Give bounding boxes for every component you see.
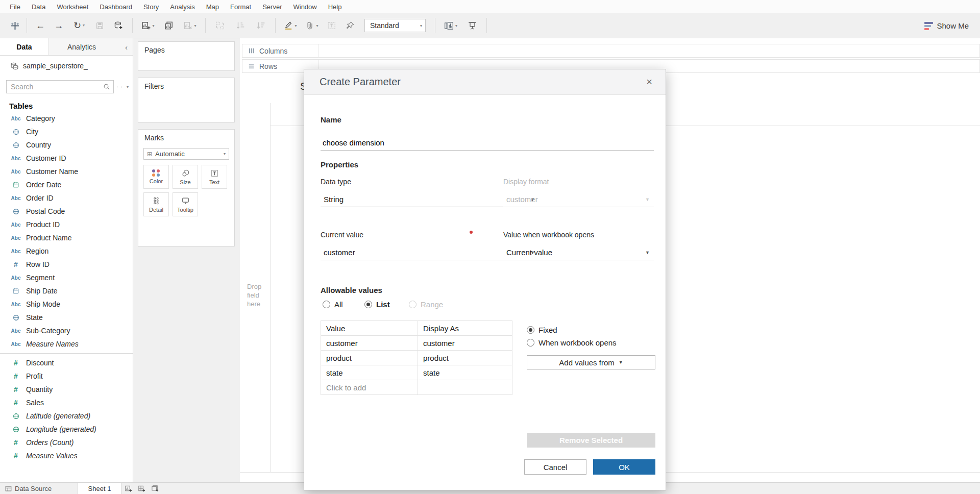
parameter-name-input[interactable]: choose dimension	[321, 134, 654, 151]
menu-help[interactable]: Help	[323, 3, 348, 11]
color-button[interactable]: Color	[143, 165, 169, 189]
sort-ascending-button[interactable]	[230, 17, 251, 34]
fit-selector[interactable]: Standard ▾	[364, 19, 426, 32]
data-source-tab[interactable]: Data Source	[5, 485, 76, 492]
field-country[interactable]: Country	[0, 138, 133, 152]
replay-button[interactable]: ↻▾	[68, 17, 90, 34]
forward-button[interactable]: →	[50, 17, 68, 34]
show-hide-cards-button[interactable]: ▾	[439, 17, 462, 34]
field-customer-id[interactable]: AbcCustomer ID	[0, 152, 133, 165]
tooltip-button[interactable]: Tooltip	[173, 192, 198, 216]
table-row[interactable]: state state	[321, 365, 512, 380]
radio-when-workbook-opens[interactable]: When workbook opens	[527, 338, 617, 347]
cancel-button[interactable]: Cancel	[524, 459, 586, 475]
field-postal-code[interactable]: Postal Code	[0, 205, 133, 218]
field-segment[interactable]: AbcSegment	[0, 271, 133, 284]
mark-type-dropdown[interactable]: ⊞ Automatic ▾	[143, 148, 229, 160]
duplicate-button[interactable]	[159, 17, 179, 34]
show-mark-labels-button[interactable]	[323, 17, 341, 34]
value-when-workbook-opens-select[interactable]: Current value ▼	[503, 245, 654, 260]
radio-list[interactable]: List	[364, 300, 390, 309]
search-input[interactable]	[11, 83, 103, 91]
show-me-button[interactable]: Show Me	[924, 13, 969, 38]
new-dashboard-tab-button[interactable]	[135, 483, 148, 494]
click-to-add-cell[interactable]: Click to add	[321, 380, 418, 395]
pages-shelf[interactable]: Pages	[138, 41, 235, 71]
clear-sheet-button[interactable]: ▾	[179, 17, 201, 34]
value-cell[interactable]: state	[321, 365, 418, 380]
radio-all[interactable]: All	[323, 300, 343, 309]
caret-down-icon[interactable]: ▾	[127, 85, 129, 89]
display-as-cell[interactable]: product	[418, 351, 512, 365]
menu-story[interactable]: Story	[138, 3, 164, 11]
field-measure-values[interactable]: #Measure Values	[0, 449, 133, 462]
sort-descending-button[interactable]	[251, 17, 271, 34]
field-city[interactable]: City	[0, 125, 133, 138]
menu-server[interactable]: Server	[257, 3, 287, 11]
field-product-id[interactable]: AbcProduct ID	[0, 218, 133, 231]
menu-dashboard[interactable]: Dashboard	[94, 3, 138, 11]
columns-shelf[interactable]: Columns	[242, 44, 980, 58]
field-profit[interactable]: #Profit	[0, 369, 133, 383]
highlight-button[interactable]: ▾	[280, 17, 301, 34]
field-customer-name[interactable]: AbcCustomer Name	[0, 165, 133, 178]
field-measure-names[interactable]: AbcMeasure Names	[0, 337, 133, 351]
add-values-from-button[interactable]: Add values from ▼	[527, 355, 655, 369]
field-latitude-generated[interactable]: Latitude (generated)	[0, 409, 133, 423]
new-worksheet-tab-button[interactable]	[121, 483, 135, 494]
table-row[interactable]: customer customer	[321, 336, 512, 351]
filters-shelf[interactable]: Filters	[138, 78, 235, 122]
radio-range[interactable]: Range	[409, 300, 443, 309]
field-state[interactable]: State	[0, 311, 133, 324]
table-row[interactable]: product product	[321, 351, 512, 365]
save-button[interactable]	[90, 17, 109, 34]
sheet-tab-sheet1[interactable]: Sheet 1	[78, 483, 121, 494]
field-quantity[interactable]: #Quantity	[0, 383, 133, 396]
field-orders-count[interactable]: #Orders (Count)	[0, 436, 133, 449]
field-category[interactable]: AbcCategory	[0, 112, 133, 125]
group-members-button[interactable]: ▾	[301, 17, 323, 34]
size-button[interactable]: Size	[173, 165, 198, 189]
menu-format[interactable]: Format	[225, 3, 257, 11]
field-longitude-generated[interactable]: Longitude (generated)	[0, 423, 133, 436]
field-sales[interactable]: #Sales	[0, 396, 133, 409]
collapse-pane-button[interactable]: ‹	[123, 38, 130, 56]
field-region[interactable]: AbcRegion	[0, 244, 133, 258]
fix-axes-button[interactable]	[341, 17, 359, 34]
menu-analysis[interactable]: Analysis	[164, 3, 200, 11]
value-cell[interactable]: product	[321, 351, 418, 365]
detail-button[interactable]: Detail	[143, 192, 169, 216]
menu-map[interactable]: Map	[201, 3, 225, 11]
filter-icon[interactable]	[117, 83, 118, 91]
close-icon[interactable]: ×	[643, 75, 655, 89]
presentation-mode-button[interactable]	[462, 17, 482, 34]
field-row-id[interactable]: #Row ID	[0, 258, 133, 271]
menu-worksheet[interactable]: Worksheet	[51, 3, 94, 11]
tab-analytics[interactable]: Analytics	[49, 38, 114, 55]
radio-fixed[interactable]: Fixed	[527, 326, 557, 334]
menu-data[interactable]: Data	[26, 3, 51, 11]
remove-selected-button[interactable]: Remove Selected	[527, 433, 655, 448]
field-order-date[interactable]: Order Date	[0, 178, 133, 191]
search-box[interactable]	[6, 80, 114, 93]
field-sub-category[interactable]: AbcSub-Category	[0, 324, 133, 337]
new-worksheet-button[interactable]: ▾	[137, 17, 159, 34]
display-format-select[interactable]: customer ▼	[503, 192, 654, 207]
back-button[interactable]: ←	[31, 17, 50, 34]
swap-rows-columns-button[interactable]	[210, 17, 230, 34]
table-add-row[interactable]: Click to add	[321, 380, 512, 395]
new-story-tab-button[interactable]	[148, 483, 161, 494]
display-as-cell[interactable]: state	[418, 365, 512, 380]
datasource-item[interactable]: sample_superstore_	[0, 59, 133, 73]
value-cell[interactable]: customer	[321, 336, 418, 351]
new-data-source-button[interactable]	[109, 17, 128, 34]
field-order-id[interactable]: AbcOrder ID	[0, 191, 133, 205]
display-as-cell[interactable]: customer	[418, 336, 512, 351]
view-options-icon[interactable]	[121, 83, 122, 91]
drop-field-hint[interactable]: Drop field here	[247, 282, 261, 308]
field-ship-mode[interactable]: AbcShip Mode	[0, 298, 133, 311]
ok-button[interactable]: OK	[593, 459, 655, 475]
field-discount[interactable]: #Discount	[0, 356, 133, 369]
menu-file[interactable]: File	[4, 3, 26, 11]
field-ship-date[interactable]: Ship Date	[0, 284, 133, 298]
